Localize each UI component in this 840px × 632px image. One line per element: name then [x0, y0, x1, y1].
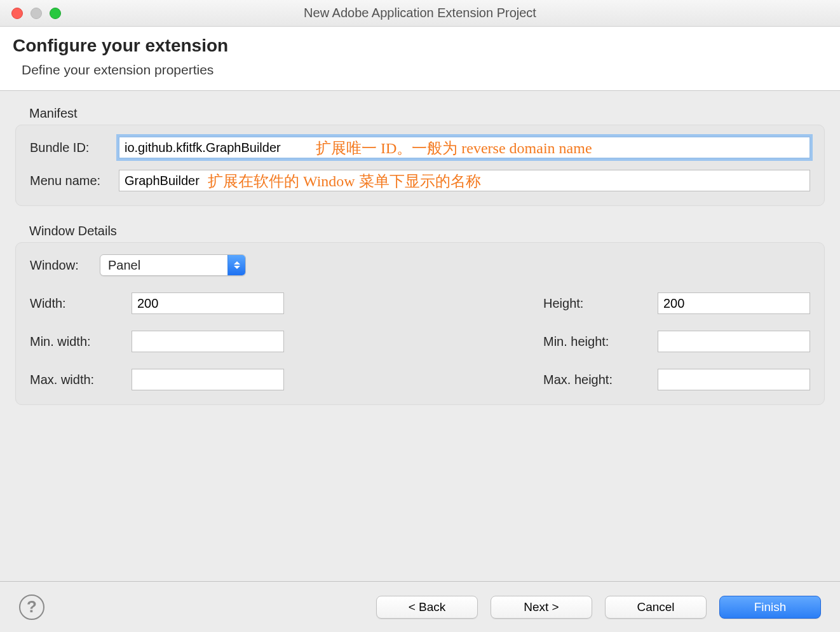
help-icon: ?	[27, 597, 37, 617]
menu-name-label: Menu name:	[30, 174, 119, 188]
titlebar: New Adobe Application Extension Project	[0, 0, 840, 27]
window-type-label: Window:	[30, 258, 100, 273]
min-height-input[interactable]	[658, 331, 810, 352]
width-label: Width:	[30, 296, 132, 311]
wizard-header: Configure your extension Define your ext…	[0, 27, 840, 91]
minimize-window-button[interactable]	[30, 8, 42, 19]
menu-name-input[interactable]	[119, 170, 810, 191]
window-controls	[11, 8, 61, 19]
zoom-window-button[interactable]	[50, 8, 61, 19]
bundle-id-input[interactable]	[119, 137, 810, 158]
manifest-panel: Bundle ID: 扩展唯一 ID。一般为 reverse domain na…	[15, 125, 825, 206]
window-type-select[interactable]: Panel	[100, 254, 246, 276]
next-button[interactable]: Next >	[491, 596, 592, 619]
window-type-value: Panel	[100, 258, 227, 273]
height-label: Height:	[543, 296, 658, 311]
window-details-panel: Window: Panel Width: Height: Min. width:…	[15, 242, 825, 405]
page-subtitle: Define your extension properties	[22, 62, 827, 78]
cancel-button[interactable]: Cancel	[605, 596, 707, 619]
max-height-input[interactable]	[658, 369, 810, 390]
min-height-label: Min. height:	[543, 334, 658, 349]
select-stepper-icon	[227, 255, 245, 275]
wizard-body: Manifest Bundle ID: 扩展唯一 ID。一般为 reverse …	[0, 91, 840, 405]
bundle-id-label: Bundle ID:	[30, 141, 119, 155]
width-input[interactable]	[132, 292, 284, 314]
page-title: Configure your extension	[13, 36, 827, 56]
window-details-section-label: Window Details	[29, 224, 825, 238]
wizard-footer: ? < Back Next > Cancel Finish	[0, 581, 840, 632]
max-width-label: Max. width:	[30, 373, 132, 387]
close-window-button[interactable]	[11, 8, 23, 19]
height-input[interactable]	[658, 292, 810, 314]
help-button[interactable]: ?	[19, 594, 44, 620]
min-width-label: Min. width:	[30, 334, 132, 349]
max-width-input[interactable]	[132, 369, 284, 390]
manifest-section-label: Manifest	[29, 106, 825, 121]
back-button[interactable]: < Back	[376, 596, 478, 619]
min-width-input[interactable]	[132, 331, 284, 352]
finish-button[interactable]: Finish	[719, 596, 821, 619]
max-height-label: Max. height:	[543, 373, 658, 387]
window-title: New Adobe Application Extension Project	[0, 6, 840, 20]
